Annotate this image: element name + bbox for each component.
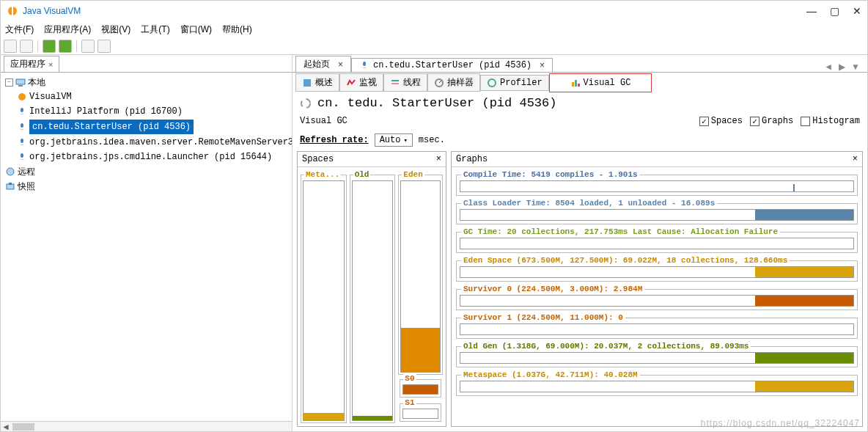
sidebar: 应用程序 × − 本地 VisualVM IntelliJ Platform (…	[1, 55, 293, 431]
toolbar-btn-5[interactable]	[81, 40, 95, 53]
menu-file[interactable]: 文件(F)	[5, 23, 34, 36]
application-tree[interactable]: − 本地 VisualVM IntelliJ Platform (pid 167…	[1, 73, 292, 421]
horizontal-scrollbar[interactable]: ◄	[1, 421, 292, 431]
chevron-down-icon: ▾	[403, 136, 407, 144]
inner-tab-profiler[interactable]: Profiler	[480, 75, 549, 91]
inner-tab-label: 概述	[315, 76, 333, 89]
computer-icon	[15, 77, 26, 87]
spaces-panel: Spaces × Meta... Old	[297, 151, 446, 427]
sidebar-tab-applications[interactable]: 应用程序 ×	[4, 56, 59, 72]
tree-label: IntelliJ Platform (pid 16700)	[29, 105, 183, 118]
page-heading-row: cn. tedu. StarterUser (pid 4536)	[293, 92, 867, 113]
inner-tab-threads[interactable]: 线程	[383, 73, 427, 92]
menu-view[interactable]: 视图(V)	[101, 23, 130, 36]
space-col-metaspace: Meta...	[301, 170, 347, 423]
check-graphs[interactable]: ✓Graphs	[750, 116, 793, 126]
menu-tools[interactable]: 工具(T)	[141, 23, 169, 36]
svg-rect-14	[391, 80, 399, 81]
graph-legend: Compile Time: 5419 compiles - 1.901s	[461, 170, 640, 179]
svg-point-8	[21, 153, 23, 158]
graph-gc: GC Time: 20 collections, 217.753ms Last …	[456, 227, 858, 253]
page-title: cn. tedu. StarterUser (pid 4536)	[317, 96, 556, 110]
tree-label: org.jetbrains.idea.maven.server.RemoteMa…	[29, 136, 292, 149]
scroll-left-icon[interactable]: ◄	[1, 422, 11, 431]
toolbar-btn-4[interactable]	[59, 40, 72, 53]
graph-legend: Survivor 0 (224.500M, 3.000M): 2.984M	[461, 285, 644, 293]
toolbar-btn-1[interactable]	[4, 40, 17, 53]
close-icon[interactable]: ×	[540, 60, 545, 70]
toolbar-btn-3[interactable]	[43, 40, 56, 53]
inner-tab-monitor[interactable]: 监视	[339, 73, 383, 92]
tree-node-visualvm[interactable]: VisualVM	[4, 89, 289, 104]
check-spaces[interactable]: ✓Spaces	[699, 116, 743, 126]
toolbar-btn-6[interactable]	[98, 40, 111, 53]
maximize-button[interactable]: ▢	[830, 5, 839, 17]
tab-label: cn.tedu.StarterUser (pid 4536)	[373, 60, 532, 70]
graph-legend: Survivor 1 (224.500M, 11.000M): 0	[461, 313, 625, 322]
check-histogram[interactable]: Histogram	[801, 116, 860, 126]
monitor-icon	[346, 78, 356, 88]
close-icon[interactable]: ×	[853, 154, 858, 164]
tab-starter-user[interactable]: cn.tedu.StarterUser (pid 4536) ×	[351, 58, 553, 72]
java-icon	[17, 122, 27, 132]
check-label: Spaces	[711, 116, 743, 126]
toolbar-btn-2[interactable]	[20, 40, 33, 53]
svg-rect-1	[12, 7, 13, 15]
tree-label: org.jetbrains.jps.cmdline.Launcher (pid …	[29, 150, 272, 164]
menu-applications[interactable]: 应用程序(A)	[44, 23, 91, 36]
graph-s1: Survivor 1 (224.500M, 11.000M): 0	[456, 313, 858, 339]
svg-line-17	[439, 81, 441, 83]
tree-node-intellij[interactable]: IntelliJ Platform (pid 16700)	[4, 104, 289, 119]
tree-node-maven[interactable]: org.jetbrains.idea.maven.server.RemoteMa…	[4, 135, 289, 150]
svg-point-12	[363, 62, 366, 66]
svg-rect-19	[572, 82, 574, 87]
tree-label-selected: cn.tedu.StarterUser (pid 4536)	[29, 120, 194, 134]
tab-label: 起始页	[304, 58, 330, 70]
java-icon	[17, 152, 27, 162]
close-icon[interactable]: ×	[48, 60, 53, 69]
refresh-label: Refresh rate:	[300, 135, 369, 145]
tree-node-local[interactable]: − 本地	[4, 75, 289, 89]
tree-node-starter[interactable]: cn.tedu.StarterUser (pid 4536)	[4, 119, 289, 135]
tab-start-page[interactable]: 起始页 ×	[295, 56, 351, 72]
close-icon[interactable]: ×	[338, 59, 343, 70]
refresh-unit: msec.	[419, 135, 445, 145]
menu-window[interactable]: 窗口(W)	[180, 23, 212, 36]
refresh-row: Refresh rate: Auto ▾ msec.	[293, 129, 867, 151]
refresh-select[interactable]: Auto ▾	[375, 133, 413, 147]
loading-icon	[300, 98, 312, 109]
svg-point-6	[21, 123, 23, 128]
svg-point-7	[21, 139, 23, 143]
sidebar-tab-label: 应用程序	[10, 58, 45, 70]
tree-node-jps[interactable]: org.jetbrains.jps.cmdline.Launcher (pid …	[4, 150, 289, 164]
close-button[interactable]: ✕	[853, 5, 861, 17]
inner-tab-visualgc[interactable]: Visual GC	[549, 73, 652, 92]
nav-dropdown-icon[interactable]: ▼	[851, 62, 860, 72]
close-icon[interactable]: ×	[436, 154, 441, 164]
check-label: Graphs	[762, 116, 793, 126]
nav-prev-icon[interactable]: ◄	[824, 62, 833, 72]
editor-area: 起始页 × cn.tedu.StarterUser (pid 4536) × ◄…	[293, 55, 867, 431]
svg-rect-10	[7, 184, 14, 189]
svg-point-18	[488, 79, 496, 87]
inner-tab-label: Visual GC	[584, 78, 631, 88]
tree-label: 快照	[18, 180, 35, 193]
svg-point-9	[7, 168, 14, 175]
inner-tab-sampler[interactable]: 抽样器	[427, 73, 480, 92]
svg-rect-13	[304, 79, 311, 87]
minimize-button[interactable]: —	[806, 5, 817, 17]
svg-point-4	[18, 93, 26, 100]
toolbar-separator	[37, 40, 38, 52]
space-s0: S0	[400, 379, 441, 398]
visualgc-icon	[570, 78, 581, 88]
nav-next-icon[interactable]: ▶	[839, 62, 845, 72]
tree-node-snapshot[interactable]: 快照	[4, 179, 289, 194]
collapse-icon[interactable]: −	[5, 78, 13, 87]
inner-tab-overview[interactable]: 概述	[295, 73, 339, 92]
editor-tabs: 起始页 × cn.tedu.StarterUser (pid 4536) × ◄…	[293, 55, 867, 73]
java-icon	[359, 60, 369, 70]
menu-help[interactable]: 帮助(H)	[222, 23, 252, 36]
scroll-thumb[interactable]	[12, 423, 34, 431]
inner-tab-label: 线程	[403, 76, 421, 89]
tree-node-remote[interactable]: 远程	[4, 164, 289, 179]
